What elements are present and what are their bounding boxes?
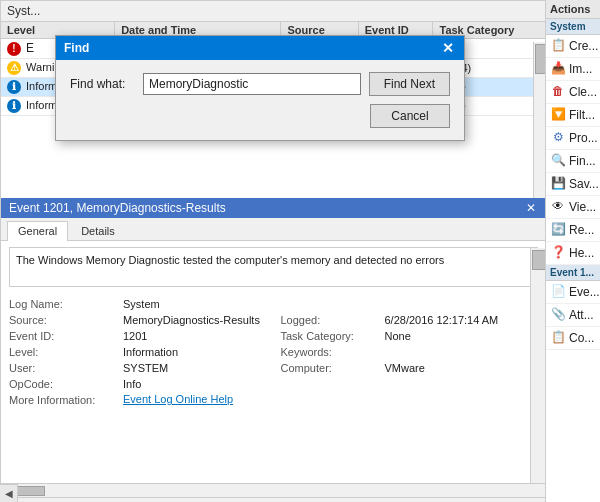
spacer3 <box>281 377 381 391</box>
action-clear[interactable]: 🗑 Cle... <box>546 81 600 104</box>
event-detail-panel: Event 1201, MemoryDiagnostics-Results ✕ … <box>0 198 547 498</box>
tab-details[interactable]: Details <box>70 221 126 240</box>
action-import-label: Im... <box>569 62 592 76</box>
action-properties-label: Pro... <box>569 131 598 145</box>
cancel-button[interactable]: Cancel <box>370 104 450 128</box>
find-row: Find what: Find Next <box>70 72 450 96</box>
event-id-value: 1201 <box>123 329 277 343</box>
event-detail-grid: Log Name: System Source: MemoryDiagnosti… <box>9 297 538 407</box>
help-icon: ❓ <box>550 245 566 261</box>
detail-scrollbar-thumb[interactable] <box>532 250 546 270</box>
find-icon: 🔍 <box>550 153 566 169</box>
find-dialog-close-button[interactable]: ✕ <box>440 41 456 55</box>
level-label: E <box>26 41 34 55</box>
event-detail-close-button[interactable]: ✕ <box>524 201 538 215</box>
event-message: The Windows Memory Diagnostic tested the… <box>9 247 538 287</box>
info-icon: ℹ <box>7 80 21 94</box>
action-create-label: Cre... <box>569 39 598 53</box>
action-properties[interactable]: ⚙ Pro... <box>546 127 600 150</box>
action-import[interactable]: 📥 Im... <box>546 58 600 81</box>
log-name-value: System <box>123 297 277 311</box>
action-attach-label: Att... <box>569 308 594 322</box>
find-dialog: Find ✕ Find what: Find Next Cancel <box>55 35 465 141</box>
find-next-button[interactable]: Find Next <box>369 72 450 96</box>
system-panel-title: Syst... <box>7 4 40 18</box>
copy-icon: 📋 <box>550 330 566 346</box>
computer-label: Computer: <box>281 361 381 375</box>
keywords-label: Keywords: <box>281 345 381 359</box>
action-event1[interactable]: 📄 Eve... <box>546 281 600 304</box>
action-filter[interactable]: 🔽 Filt... <box>546 104 600 127</box>
source-label: Source: <box>9 313 119 327</box>
horizontal-scrollbar[interactable] <box>1 483 548 497</box>
tab-general[interactable]: General <box>7 221 68 241</box>
action-find-label: Fin... <box>569 154 596 168</box>
logged-value: 6/28/2016 12:17:14 AM <box>385 313 539 327</box>
event-detail-header: Event 1201, MemoryDiagnostics-Results ✕ <box>1 198 546 218</box>
detail-vertical-scrollbar[interactable] <box>530 248 546 483</box>
event-detail-title: Event 1201, MemoryDiagnostics-Results <box>9 201 226 215</box>
properties-icon: ⚙ <box>550 130 566 146</box>
spacer1 <box>281 297 381 311</box>
spacer5 <box>281 393 381 407</box>
action-save-label: Sav... <box>569 177 599 191</box>
action-clear-label: Cle... <box>569 85 597 99</box>
refresh-icon: 🔄 <box>550 222 566 238</box>
action-help[interactable]: ❓ He... <box>546 242 600 265</box>
opcode-label: OpCode: <box>9 377 119 391</box>
keywords-value <box>385 345 539 359</box>
action-event1-label: Eve... <box>569 285 600 299</box>
event-group-header: Event 1... <box>546 265 600 281</box>
more-info-label: More Information: <box>9 393 119 407</box>
action-refresh[interactable]: 🔄 Re... <box>546 219 600 242</box>
log-name-label: Log Name: <box>9 297 119 311</box>
source-value: MemoryDiagnostics-Results <box>123 313 277 327</box>
view-icon: 👁 <box>550 199 566 215</box>
action-filter-label: Filt... <box>569 108 595 122</box>
level-label: Level: <box>9 345 119 359</box>
spacer2 <box>385 297 539 311</box>
action-find[interactable]: 🔍 Fin... <box>546 150 600 173</box>
create-icon: 📋 <box>550 38 566 54</box>
system-panel-header: Syst... <box>1 1 549 22</box>
find-what-input[interactable] <box>143 73 361 95</box>
user-value: SYSTEM <box>123 361 277 375</box>
logged-label: Logged: <box>281 313 381 327</box>
filter-icon: 🔽 <box>550 107 566 123</box>
action-help-label: He... <box>569 246 594 260</box>
event-body: The Windows Memory Diagnostic tested the… <box>1 241 546 490</box>
action-copy-label: Co... <box>569 331 594 345</box>
find-dialog-body: Find what: Find Next Cancel <box>56 60 464 140</box>
info-icon: ℹ <box>7 99 21 113</box>
tabs-bar: General Details <box>1 218 546 241</box>
action-create[interactable]: 📋 Cre... <box>546 35 600 58</box>
user-label: User: <box>9 361 119 375</box>
action-view[interactable]: 👁 Vie... <box>546 196 600 219</box>
find-dialog-title: Find <box>64 41 89 55</box>
find-dialog-titlebar: Find ✕ <box>56 36 464 60</box>
event1-icon: 📄 <box>550 284 566 300</box>
action-attach[interactable]: 📎 Att... <box>546 304 600 327</box>
action-view-label: Vie... <box>569 200 596 214</box>
task-label: Task Category: <box>281 329 381 343</box>
action-copy[interactable]: 📋 Co... <box>546 327 600 350</box>
clear-icon: 🗑 <box>550 84 566 100</box>
level-value: Information <box>123 345 277 359</box>
action-refresh-label: Re... <box>569 223 594 237</box>
event-id-label: Event ID: <box>9 329 119 343</box>
more-info-link[interactable]: Event Log Online Help <box>123 393 277 407</box>
system-group-header: System <box>546 19 600 35</box>
computer-value: VMware <box>385 361 539 375</box>
import-icon: 📥 <box>550 61 566 77</box>
save-icon: 💾 <box>550 176 566 192</box>
action-save[interactable]: 💾 Sav... <box>546 173 600 196</box>
find-buttons-row: Cancel <box>70 104 450 128</box>
main-window: Syst... Level Date and Time Source Event… <box>0 0 600 502</box>
spacer6 <box>385 393 539 407</box>
error-icon: ! <box>7 42 21 56</box>
task-value: None <box>385 329 539 343</box>
spacer4 <box>385 377 539 391</box>
attach-icon: 📎 <box>550 307 566 323</box>
actions-header: Actions <box>546 0 600 19</box>
bottom-left-arrow-button[interactable]: ◀ <box>0 484 18 502</box>
